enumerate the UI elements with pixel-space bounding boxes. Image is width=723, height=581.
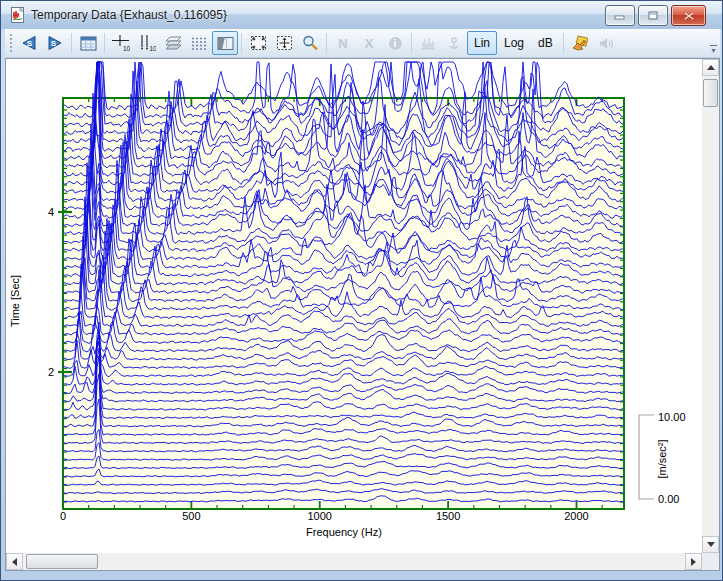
legend-min-label: 0.00 — [658, 493, 679, 505]
arrow-up-icon — [707, 65, 715, 70]
svg-text:10: 10 — [150, 45, 157, 52]
send-to-hand-icon — [571, 35, 589, 51]
minimize-icon — [614, 11, 626, 20]
toolbar-separator — [563, 33, 564, 53]
arrow-down-icon — [707, 542, 715, 547]
plot-frame-group: 240500100015002000 — [48, 98, 654, 522]
waveform-document-icon — [10, 7, 26, 23]
toolbar-overflow-button[interactable]: ▾ — [710, 45, 717, 55]
expand-arrows-icon — [250, 35, 267, 51]
arrow-left-icon — [12, 558, 17, 566]
arrow-right-icon — [691, 558, 696, 566]
legend-max-label: 10.00 — [658, 411, 686, 423]
speaker-icon — [598, 36, 614, 51]
minimize-button[interactable] — [605, 5, 635, 26]
client-area: 240500100015002000 Frequency (Hz) Time [… — [5, 58, 720, 571]
stacked-pages-icon — [165, 36, 182, 51]
legend-units-label: [m/sec²] — [656, 439, 668, 478]
db-scale-button[interactable]: dB — [531, 31, 560, 55]
curve-x-icon: X — [365, 36, 374, 51]
spectrum-cursor-button[interactable] — [415, 31, 441, 55]
x-tick-label: 0 — [60, 510, 66, 522]
zoom-center-button[interactable] — [271, 31, 297, 55]
window-title: Temporary Data {Exhaust_0.116095} — [31, 8, 227, 22]
x-tick-label: 1500 — [436, 510, 460, 522]
horizontal-scrollbar[interactable] — [6, 553, 702, 570]
scroll-down-button[interactable] — [702, 536, 719, 553]
scroll-left-button[interactable] — [6, 553, 23, 570]
scrollbar-corner — [702, 553, 719, 570]
triangle-right-s-icon: S — [46, 35, 64, 51]
toolbar-separator — [71, 33, 72, 53]
toolbar-separator — [241, 33, 242, 53]
send-to-button[interactable] — [567, 31, 593, 55]
spectrum-icon — [420, 36, 436, 51]
waterfall-plot[interactable]: 240500100015002000 Frequency (Hz) Time [… — [6, 59, 702, 553]
restore-icon — [647, 10, 659, 21]
waterfall-view-button[interactable] — [212, 31, 238, 55]
y-tick-label: 4 — [48, 206, 54, 218]
harmonic-cursor-10-icon: 10 — [138, 35, 156, 52]
x-axis-title: Frequency (Hz) — [306, 526, 382, 538]
title-bar[interactable]: Temporary Data {Exhaust_0.116095} — [1, 1, 722, 29]
crosshair-10-icon: 10 — [112, 35, 130, 52]
harmonic-cursor-10-button[interactable]: 10 — [134, 31, 160, 55]
log-scale-button[interactable]: Log — [497, 31, 531, 55]
restore-button[interactable] — [638, 5, 668, 26]
zoom-extents-button[interactable] — [245, 31, 271, 55]
center-arrows-icon — [276, 35, 293, 51]
info-icon: i — [389, 37, 402, 50]
plot-host: 240500100015002000 Frequency (Hz) Time [… — [6, 59, 702, 553]
scroll-up-button[interactable] — [702, 59, 719, 76]
curve-n-icon: N — [338, 36, 347, 51]
next-s-button[interactable]: S — [42, 31, 68, 55]
triangle-left-s-icon: S — [20, 35, 38, 51]
x-tick-label: 2000 — [564, 510, 588, 522]
previous-s-button[interactable]: S — [16, 31, 42, 55]
svg-text:10: 10 — [123, 44, 130, 51]
y-axis-title: Time [Sec] — [9, 275, 21, 327]
svg-text:S: S — [51, 39, 57, 48]
toolbar-separator — [104, 33, 105, 53]
speaker-button[interactable] — [593, 31, 619, 55]
data-table-button[interactable] — [75, 31, 101, 55]
info-button[interactable]: i — [382, 31, 408, 55]
vertical-scrollbar[interactable] — [702, 59, 719, 553]
close-icon — [683, 11, 695, 21]
overlay-pages-button[interactable] — [160, 31, 186, 55]
toolbar: S S 10 — [5, 29, 720, 58]
toolbar-separator — [411, 33, 412, 53]
lin-scale-button[interactable]: Lin — [467, 31, 497, 55]
x-tick-label: 500 — [182, 510, 200, 522]
probe-button[interactable] — [441, 31, 467, 55]
close-button[interactable] — [671, 5, 706, 26]
waterfall-view-icon — [217, 36, 234, 51]
dotted-lines-icon — [191, 36, 208, 51]
toolbar-separator — [326, 33, 327, 53]
curve-n-button[interactable]: N — [330, 31, 356, 55]
magnifier-icon — [302, 35, 319, 51]
magnifier-button[interactable] — [297, 31, 323, 55]
toolbar-grip[interactable] — [9, 34, 13, 52]
cursor-10-button[interactable]: 10 — [108, 31, 134, 55]
probe-icon — [446, 36, 462, 51]
vertical-scroll-thumb[interactable] — [703, 79, 718, 107]
app-window: Temporary Data {Exhaust_0.116095} S — [0, 0, 723, 581]
data-table-icon — [80, 36, 97, 51]
svg-text:S: S — [27, 39, 33, 48]
dotted-lines-view-button[interactable] — [186, 31, 212, 55]
scroll-right-button[interactable] — [685, 553, 702, 570]
x-tick-label: 1000 — [308, 510, 332, 522]
horizontal-scroll-thumb[interactable] — [26, 554, 98, 569]
caption-buttons — [605, 5, 706, 26]
curve-x-button[interactable]: X — [356, 31, 382, 55]
y-tick-label: 2 — [48, 366, 54, 378]
